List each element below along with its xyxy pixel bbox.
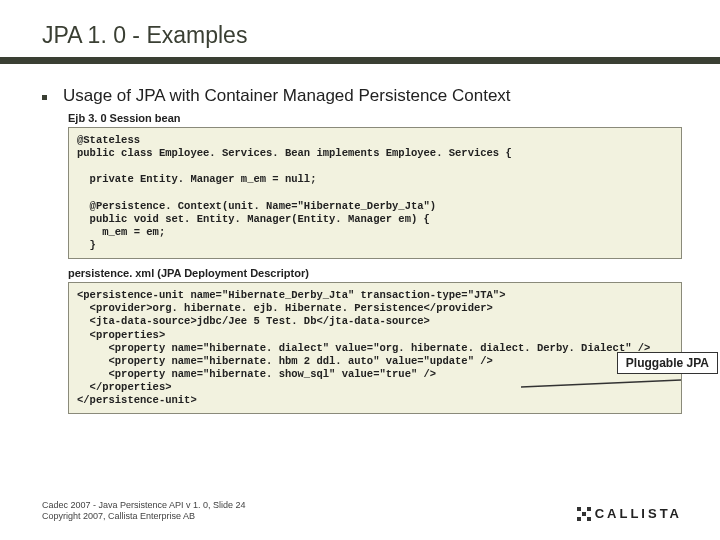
logo-mark-icon <box>577 507 591 521</box>
footer-text: Cadec 2007 - Java Persistence API v 1. 0… <box>42 500 246 523</box>
logo-text: CALLISTA <box>595 506 682 522</box>
footer-line-2: Copyright 2007, Callista Enterprise AB <box>42 511 246 522</box>
code-block-1: @Stateless public class Employee. Servic… <box>68 127 682 259</box>
slide-footer: Cadec 2007 - Java Persistence API v 1. 0… <box>42 500 682 523</box>
callout-pluggable-jpa: Pluggable JPA <box>617 352 718 374</box>
code-label-1: Ejb 3. 0 Session bean <box>68 112 682 124</box>
bullet-marker <box>42 95 47 100</box>
callout-connector <box>521 379 685 381</box>
title-rule <box>0 57 720 64</box>
code-text-1: @Stateless public class Employee. Servic… <box>77 134 512 251</box>
footer-line-1: Cadec 2007 - Java Persistence API v 1. 0… <box>42 500 246 511</box>
slide-title: JPA 1. 0 - Examples <box>42 22 682 49</box>
code-label-2: persistence. xml (JPA Deployment Descrip… <box>68 267 682 279</box>
code-block-2: <persistence-unit name="Hibernate_Derby_… <box>68 282 682 414</box>
bullet-text: Usage of JPA with Container Managed Pers… <box>63 86 511 106</box>
svg-line-0 <box>521 380 681 387</box>
bullet-item: Usage of JPA with Container Managed Pers… <box>30 86 682 106</box>
callista-logo: CALLISTA <box>577 506 682 522</box>
